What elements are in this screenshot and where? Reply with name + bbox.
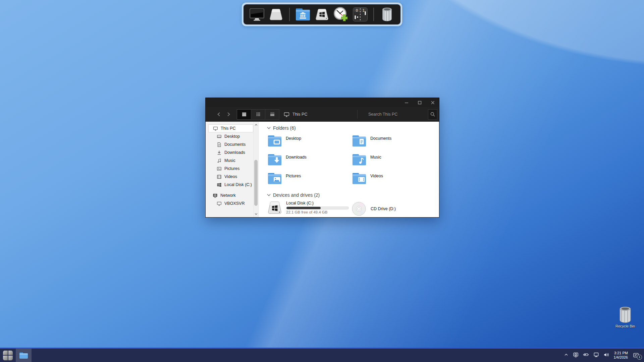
sidebar-list: This PCDesktopDocumentsDownloadsMusicPic… xyxy=(206,122,258,207)
drives-section-header[interactable]: Devices and drives (2) xyxy=(267,192,439,198)
sidebar-item-music[interactable]: Music xyxy=(206,157,253,165)
sidebar-item-network[interactable]: Network xyxy=(206,191,253,199)
sidebar-item-downloads[interactable]: Downloads xyxy=(206,148,253,157)
close-button[interactable] xyxy=(426,98,439,107)
hdd-windows-icon xyxy=(267,201,283,215)
list-view-button[interactable] xyxy=(237,109,251,120)
recycle-bin-desktop-icon[interactable]: Recycle Bin xyxy=(614,306,636,328)
screen-record-icon xyxy=(573,352,579,359)
folder-tile-pictures[interactable]: Pictures xyxy=(267,172,352,191)
recycle-bin-label: Recycle Bin xyxy=(614,324,636,328)
video-icon xyxy=(216,174,222,179)
system-tray: 3:21 PM 1/4/2026 1 xyxy=(564,349,644,362)
notification-badge: 1 xyxy=(637,355,642,360)
sidebar-item-vboxsvr[interactable]: VBOXSVR xyxy=(206,199,253,207)
notification-center-button[interactable]: 1 xyxy=(633,353,639,358)
folder-tile-label: Desktop xyxy=(286,136,301,141)
folder-documents-icon xyxy=(352,134,368,148)
folder-pictures-icon xyxy=(267,172,283,185)
dock-separator xyxy=(373,8,374,21)
sidebar-item-pictures[interactable]: Pictures xyxy=(206,165,253,173)
sidebar: This PCDesktopDocumentsDownloadsMusicPic… xyxy=(206,122,259,217)
drive-dock-button[interactable] xyxy=(268,7,284,22)
windows-disk-icon xyxy=(216,182,222,187)
folder-tile-desktop[interactable]: Desktop xyxy=(267,134,352,153)
pong-game-icon: 01 xyxy=(353,7,368,22)
minimize-button[interactable] xyxy=(400,98,413,107)
grid-view-icon xyxy=(255,111,261,117)
content-view-button[interactable] xyxy=(265,109,279,120)
dock-separator xyxy=(289,8,290,21)
maximize-icon xyxy=(417,100,422,105)
monitor-dock-button[interactable] xyxy=(249,7,265,22)
search-button[interactable] xyxy=(428,109,437,120)
maximize-button[interactable] xyxy=(413,98,426,107)
pong-game-dock-button[interactable]: 01 xyxy=(352,7,368,22)
folder-library-icon xyxy=(295,7,311,21)
scroll-up-icon[interactable] xyxy=(254,122,259,127)
chevron-left-icon xyxy=(216,112,222,117)
sidebar-item-label: This PC xyxy=(221,126,235,131)
scrollbar-thumb[interactable] xyxy=(254,160,258,206)
dock: 01 xyxy=(242,3,402,26)
toolbar: This PC xyxy=(206,107,439,122)
folders-section-header[interactable]: Folders (6) xyxy=(267,125,439,131)
location-pc-icon xyxy=(284,112,289,117)
recycle-bin-dock-button[interactable] xyxy=(379,7,395,22)
windows-start-icon xyxy=(3,351,13,360)
drive-icon xyxy=(268,8,284,21)
forward-button[interactable] xyxy=(224,110,233,119)
ethernet-icon xyxy=(593,352,599,359)
close-icon xyxy=(430,100,435,105)
battery-charging-icon xyxy=(583,352,589,359)
folder-tile-label: Videos xyxy=(370,174,383,178)
taskbar-file-explorer-button[interactable] xyxy=(16,349,32,362)
sidebar-scrollbar[interactable] xyxy=(253,122,258,217)
folder-tile-label: Music xyxy=(370,155,381,160)
taskbar-clock[interactable]: 3:21 PM 1/4/2026 xyxy=(613,351,628,360)
sidebar-item-desktop[interactable]: Desktop xyxy=(206,132,253,140)
drive-tile-local-disk-c[interactable]: Local Disk (C:)22.1 GB free of 49.4 GB xyxy=(267,201,352,217)
sidebar-item-local-disk-c[interactable]: Local Disk (C:) xyxy=(206,181,253,189)
volume-tray-button[interactable] xyxy=(603,352,609,359)
drive-label: CD Drive (D:) xyxy=(371,206,396,211)
folder-videos-icon xyxy=(352,172,368,185)
folder-tile-documents[interactable]: Documents xyxy=(352,134,436,153)
search-input[interactable] xyxy=(368,112,425,117)
grid-view-button[interactable] xyxy=(251,109,265,120)
folder-tile-videos[interactable]: Videos xyxy=(352,172,436,191)
chevron-right-icon xyxy=(226,112,231,117)
ethernet-tray-button[interactable] xyxy=(593,352,599,359)
toolbar-separator xyxy=(357,110,358,119)
sidebar-item-videos[interactable]: Videos xyxy=(206,173,253,181)
chevron-up-icon xyxy=(564,352,569,358)
windows-drive-dock-button[interactable] xyxy=(314,7,330,22)
folder-tile-downloads[interactable]: Downloads xyxy=(267,153,352,172)
sidebar-item-this-pc[interactable]: This PC xyxy=(208,124,253,132)
drive-tile-cd-drive-d[interactable]: CD Drive (D:) xyxy=(352,201,436,217)
picture-icon xyxy=(216,166,222,171)
back-button[interactable] xyxy=(214,110,224,119)
screen-record-tray-button[interactable] xyxy=(573,352,579,359)
sidebar-item-documents[interactable]: Documents xyxy=(206,140,253,148)
content-view-icon xyxy=(269,111,275,117)
scroll-down-icon[interactable] xyxy=(254,212,259,217)
folder-library-dock-button[interactable] xyxy=(295,7,311,22)
explorer-window: This PC This PCDesktopDocumentsDownloads… xyxy=(205,98,439,218)
recycle-bin-icon xyxy=(381,7,393,22)
content-pane: Folders (6) DesktopDocumentsDownloadsMus… xyxy=(259,122,439,217)
sidebar-item-label: Pictures xyxy=(224,166,239,171)
folder-music-icon xyxy=(352,153,368,167)
taskbar: 3:21 PM 1/4/2026 1 xyxy=(0,348,644,362)
folder-tile-music[interactable]: Music xyxy=(352,153,436,172)
titlebar[interactable] xyxy=(206,98,439,107)
folder-tiles: DesktopDocumentsDownloadsMusicPicturesVi… xyxy=(267,134,439,191)
breadcrumb[interactable]: This PC xyxy=(292,112,307,117)
drives-section-title: Devices and drives (2) xyxy=(273,192,320,198)
start-button[interactable] xyxy=(0,349,16,362)
chevron-up-tray-button[interactable] xyxy=(564,352,569,358)
folder-tile-label: Pictures xyxy=(286,174,301,178)
sidebar-item-label: Documents xyxy=(224,142,246,147)
battery-charging-tray-button[interactable] xyxy=(583,352,589,359)
clock-add-dock-button[interactable] xyxy=(333,7,349,22)
